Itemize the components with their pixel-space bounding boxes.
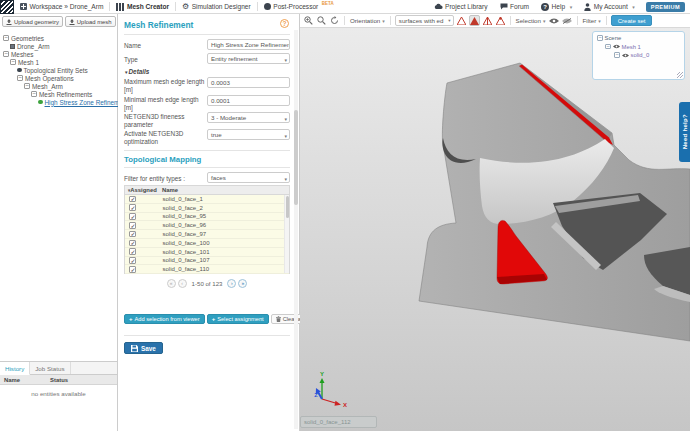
assigned-checkbox[interactable]: [129, 240, 136, 247]
eye-icon[interactable]: [622, 53, 629, 58]
simscale-logo-icon[interactable]: [0, 0, 14, 14]
tab-mesh-creator[interactable]: Mesh Creator: [110, 0, 175, 14]
scene-tree-mesh[interactable]: Mesh 1: [597, 44, 680, 50]
magnifier-icon: [317, 16, 326, 25]
resize-handle[interactable]: [677, 72, 683, 78]
fineness-parameter-select[interactable]: 3 - Moderate: [207, 112, 290, 123]
tree-item-topological-entity-sets[interactable]: Topological Entity Sets: [0, 66, 118, 74]
my-account-menu[interactable]: My Account: [578, 0, 641, 14]
tree-item-geometries[interactable]: Geometries: [0, 34, 118, 42]
zoom-fit-button[interactable]: [316, 15, 327, 26]
assigned-checkbox[interactable]: [129, 204, 136, 211]
collapse-icon[interactable]: [597, 35, 603, 41]
reset-view-button[interactable]: [329, 15, 340, 26]
pick-edge-button[interactable]: [482, 15, 493, 26]
tree-item-mesh-arm[interactable]: Mesh_Arm: [0, 82, 118, 90]
select-assignment-button[interactable]: Select assignment: [207, 314, 269, 324]
add-selection-from-viewer-button[interactable]: Add selection from viewer: [124, 314, 205, 324]
entity-filter-select[interactable]: faces: [207, 172, 290, 183]
collapse-icon[interactable]: [24, 83, 30, 89]
orientation-dropdown[interactable]: Orientation: [349, 17, 386, 24]
tree-label: Mesh 1: [18, 59, 39, 66]
first-page-button[interactable]: [167, 279, 176, 288]
project-library-button[interactable]: Project Library: [428, 0, 494, 14]
assigned-checkbox[interactable]: [129, 213, 136, 220]
scrollbar-thumb[interactable]: [286, 196, 290, 218]
pick-face-button[interactable]: [469, 15, 480, 26]
table-scrollbar[interactable]: [284, 195, 289, 273]
collapse-icon[interactable]: [605, 44, 611, 50]
filter-dropdown[interactable]: Filter: [582, 17, 602, 24]
collapse-icon[interactable]: [3, 51, 9, 57]
face-name: solid_0_face_97: [163, 231, 207, 237]
upload-geometry-button[interactable]: Upload geometry: [2, 16, 63, 27]
assigned-checkbox[interactable]: [129, 196, 136, 203]
scrollbar-thumb[interactable]: [294, 110, 298, 205]
tab-post-processor[interactable]: Post-Processor BETA: [258, 0, 340, 14]
table-row[interactable]: solid_0_face_97: [125, 230, 289, 239]
collapse-icon[interactable]: [3, 35, 9, 41]
next-page-button[interactable]: [227, 279, 236, 288]
pick-vertex-button[interactable]: [495, 15, 506, 26]
scene-tree-overlay: Scene Mesh 1 solid_0: [592, 31, 685, 80]
form-scrollbar[interactable]: [294, 30, 298, 429]
tab-simulation-designer[interactable]: Simulation Designer: [176, 0, 257, 14]
table-row[interactable]: solid_0_face_1: [125, 195, 289, 204]
table-row[interactable]: solid_0_face_2: [125, 204, 289, 213]
tree-item-mesh-operations[interactable]: Mesh Operations: [0, 74, 118, 82]
tab-job-status[interactable]: Job Status: [30, 362, 70, 374]
tree-item-mesh-1[interactable]: Mesh 1: [0, 58, 118, 66]
table-row[interactable]: solid_0_face_107: [125, 257, 289, 266]
table-row[interactable]: solid_0_face_96: [125, 221, 289, 230]
table-row[interactable]: solid_0_face_110: [125, 265, 289, 274]
hide-selected-button[interactable]: [562, 15, 573, 26]
pick-volume-button[interactable]: [456, 15, 467, 26]
tree-item-high-stress-zone-refinement[interactable]: High Stress Zone Refinement: [0, 98, 118, 106]
assigned-checkbox[interactable]: [129, 222, 136, 229]
picked-entity-input[interactable]: solid_0_face_112: [300, 416, 377, 428]
selection-dropdown[interactable]: Selection: [515, 17, 547, 24]
details-section-toggle[interactable]: Details: [124, 68, 149, 75]
table-row[interactable]: solid_0_face_100: [125, 239, 289, 248]
name-input[interactable]: High Stress Zone Refinement: [207, 39, 290, 50]
viewer-3d[interactable]: Y X Z Scene Mesh 1 so: [300, 28, 690, 431]
workspace-breadcrumb[interactable]: Workspace » Drone_Arm: [14, 0, 109, 14]
max-edge-length-input[interactable]: 0.0003: [207, 77, 290, 88]
help-menu[interactable]: Help: [535, 0, 578, 14]
assigned-checkbox[interactable]: [129, 266, 136, 273]
face-name: solid_0_face_95: [163, 213, 207, 219]
last-page-button[interactable]: [238, 279, 247, 288]
create-set-button[interactable]: Create set: [611, 15, 653, 26]
tree-item-meshes[interactable]: Meshes: [0, 50, 118, 58]
upload-mesh-button[interactable]: Upload mesh: [65, 16, 116, 27]
collapse-icon[interactable]: [10, 59, 16, 65]
assigned-column-header[interactable]: Assigned: [125, 187, 162, 193]
collapse-icon[interactable]: [614, 52, 620, 58]
eye-icon[interactable]: [613, 44, 620, 49]
table-row[interactable]: solid_0_face_95: [125, 213, 289, 222]
assigned-checkbox[interactable]: [129, 248, 136, 255]
assigned-checkbox[interactable]: [129, 257, 136, 264]
type-select[interactable]: Entity refinement: [207, 53, 290, 64]
tree-item-drone-arm[interactable]: Drone_Arm: [0, 42, 118, 50]
min-edge-length-input[interactable]: 0.0001: [207, 95, 290, 106]
render-mode-select[interactable]: surfaces with ed: [395, 15, 454, 26]
scene-tree-root[interactable]: Scene: [597, 35, 680, 41]
name-column-header[interactable]: Name: [162, 187, 178, 193]
optimization-select[interactable]: true: [207, 129, 290, 140]
assigned-checkbox[interactable]: [129, 231, 136, 238]
zoom-in-button[interactable]: [303, 15, 314, 26]
forum-button[interactable]: Forum: [494, 0, 536, 14]
table-row[interactable]: solid_0_face_101: [125, 248, 289, 257]
previous-page-button[interactable]: [178, 279, 187, 288]
collapse-icon[interactable]: [17, 75, 23, 81]
collapse-icon[interactable]: [31, 91, 37, 97]
scene-tree-solid[interactable]: solid_0: [597, 52, 680, 58]
tab-history[interactable]: History: [0, 362, 30, 375]
model-canvas[interactable]: Y X Z: [300, 28, 690, 431]
help-circle-icon[interactable]: [280, 19, 289, 28]
tree-item-mesh-refinements[interactable]: Mesh Refinements: [0, 90, 118, 98]
need-help-tab[interactable]: Need help?: [679, 102, 690, 162]
save-button[interactable]: Save: [124, 342, 163, 354]
show-selected-button[interactable]: [549, 15, 560, 26]
